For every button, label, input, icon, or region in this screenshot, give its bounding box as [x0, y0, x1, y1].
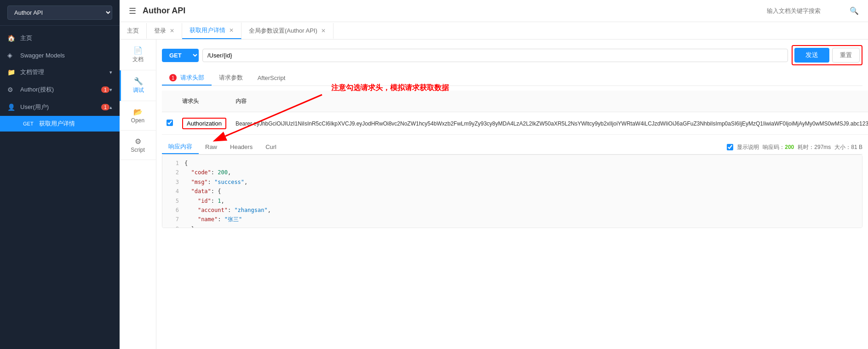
send-button[interactable]: 发送 [794, 48, 829, 63]
author-arrow: ▾ [109, 87, 112, 93]
sidebar-item-docs[interactable]: 📁 文档管理 ▾ [0, 63, 120, 81]
code-line-1: 1 { [166, 159, 858, 168]
panel-right: GET 发送 重置 1 请求头部 请求参数 [156, 40, 868, 349]
inner-tabs: 1 请求头部 请求参数 AfterScript [162, 71, 862, 86]
header-value: Bearer eyJhbGciOiJIUzI1NiIsInR5cCI6IkpXV… [236, 120, 868, 127]
response-info: 显示说明 响应码：200 耗时：297ms 大小：81 B [727, 143, 862, 151]
authorization-name: Authorization [182, 118, 226, 129]
sidebar-sub-item-get-user[interactable]: GET 获取用户详情 [0, 116, 120, 132]
panel-right-wrapper: GET 发送 重置 1 请求头部 请求参数 [156, 40, 868, 349]
response-tabs-bar: 响应内容 Raw Headers Curl 显示说明 响应码：200 耗时：29… [162, 140, 862, 154]
sub-item-label: 获取用户详情 [39, 120, 75, 128]
send-reset-box: 发送 重置 [792, 45, 862, 65]
tab-login-close[interactable]: ✕ [170, 28, 174, 34]
home-icon: 🏠 [7, 34, 16, 42]
search-icon[interactable]: 🔍 [850, 6, 859, 15]
header-row: Authorization Bearer eyJhbGciOiJIUzI1NiI… [162, 112, 868, 135]
author-icon: ⚙ [7, 86, 16, 93]
header-check-cell [162, 112, 178, 135]
panel: 📄 文档 🔧 调试 📂 Open ⚙ Script GE [120, 40, 868, 349]
search-input[interactable] [767, 7, 850, 14]
script-icon: ⚙ [123, 137, 152, 146]
resp-tab-curl[interactable]: Curl [259, 141, 283, 154]
open-icon: 📂 [123, 108, 152, 116]
headers-badge: 1 [169, 74, 177, 81]
code-line-8: 8 } [166, 224, 858, 228]
col-content-header: 内容 [231, 91, 868, 112]
user-arrow: ▴ [109, 104, 112, 110]
docs-arrow: ▾ [109, 69, 112, 75]
col-check-header [162, 91, 178, 112]
sidebar-item-author[interactable]: ⚙ Author(授权) 1 ▾ [0, 81, 120, 98]
tab-global-params-close[interactable]: ✕ [321, 28, 326, 34]
project-selector[interactable]: Author API [7, 6, 112, 20]
debug-icon: 🔧 [125, 77, 152, 86]
header-checkbox[interactable] [167, 120, 173, 126]
resp-tab-headers[interactable]: Headers [224, 141, 259, 154]
sidebar-item-user[interactable]: 👤 User(用户) 1 ▴ [0, 98, 120, 116]
url-input[interactable] [202, 49, 788, 62]
app-title: Author API [143, 6, 185, 16]
code-line-6: 6 "account": "zhangsan", [166, 206, 858, 215]
inner-tab-afterscript[interactable]: AfterScript [250, 72, 293, 85]
tab-get-user[interactable]: 获取用户详情 ✕ [182, 23, 241, 39]
user-icon: 👤 [7, 103, 16, 111]
tab-get-user-close[interactable]: ✕ [229, 27, 234, 34]
code-line-5: 5 "id": 1, [166, 196, 858, 206]
request-bar: GET 发送 重置 [162, 45, 862, 65]
reset-button[interactable]: 重置 [832, 48, 860, 63]
tab-login[interactable]: 登录 ✕ [147, 23, 182, 39]
code-line-7: 7 "name": "张三" [166, 215, 858, 224]
main-content: ☰ Author API 🔍 主页 登录 ✕ 获取用户详情 ✕ 全局参数设置(A… [120, 0, 868, 349]
code-line-2: 2 "code": 200, [166, 168, 858, 177]
response-section: 响应内容 Raw Headers Curl 显示说明 响应码：200 耗时：29… [162, 140, 862, 228]
code-area: 1 { 2 "code": 200, 3 "msg": "success", [162, 154, 862, 228]
col-name-header: 请求头 [178, 91, 231, 112]
tab-home[interactable]: 主页 [120, 23, 147, 39]
sidebar-header: Author API [0, 0, 120, 26]
method-tag: GET [20, 120, 36, 127]
sidebar: Author API 🏠 主页 ◈ Swagger Models 📁 文档管理 … [0, 0, 120, 349]
panel-left-docs[interactable]: 📄 文档 [120, 40, 156, 70]
inner-tab-headers[interactable]: 1 请求头部 [162, 71, 212, 86]
header-name-cell: Authorization [178, 112, 231, 135]
code-line-4: 4 "data": { [166, 187, 858, 196]
swagger-icon: ◈ [7, 51, 16, 59]
sidebar-item-swagger[interactable]: ◈ Swagger Models [0, 47, 120, 63]
resp-tab-raw[interactable]: Raw [199, 141, 224, 154]
panel-left-debug[interactable]: 🔧 调试 [120, 70, 156, 101]
show-desc-checkbox[interactable] [727, 144, 733, 150]
inner-tab-params[interactable]: 请求参数 [212, 71, 250, 86]
header-table: 请求头 内容 操作 Authorization [162, 91, 868, 135]
sidebar-nav: 🏠 主页 ◈ Swagger Models 📁 文档管理 ▾ ⚙ Author(… [0, 26, 120, 349]
menu-icon[interactable]: ☰ [129, 6, 136, 16]
folder-icon: 📁 [7, 69, 16, 76]
panel-left-nav: 📄 文档 🔧 调试 📂 Open ⚙ Script [120, 40, 156, 349]
header-value-cell: Bearer eyJhbGciOiJIUzI1NiIsInR5cCI6IkpXV… [231, 112, 868, 135]
panel-left-script[interactable]: ⚙ Script [120, 131, 156, 160]
sidebar-item-home[interactable]: 🏠 主页 [0, 29, 120, 47]
resp-tab-content[interactable]: 响应内容 [162, 140, 199, 154]
search-area: 🔍 [767, 6, 859, 15]
tab-global-params[interactable]: 全局参数设置(Author API) ✕ [241, 23, 333, 39]
doc-icon: 📄 [123, 46, 152, 55]
code-line-3: 3 "msg": "success", [166, 177, 858, 187]
panel-left-open[interactable]: 📂 Open [120, 101, 156, 131]
topbar: ☰ Author API 🔍 [120, 0, 868, 22]
tabs-bar: 主页 登录 ✕ 获取用户详情 ✕ 全局参数设置(Author API) ✕ [120, 22, 868, 40]
method-select[interactable]: GET [162, 49, 199, 62]
